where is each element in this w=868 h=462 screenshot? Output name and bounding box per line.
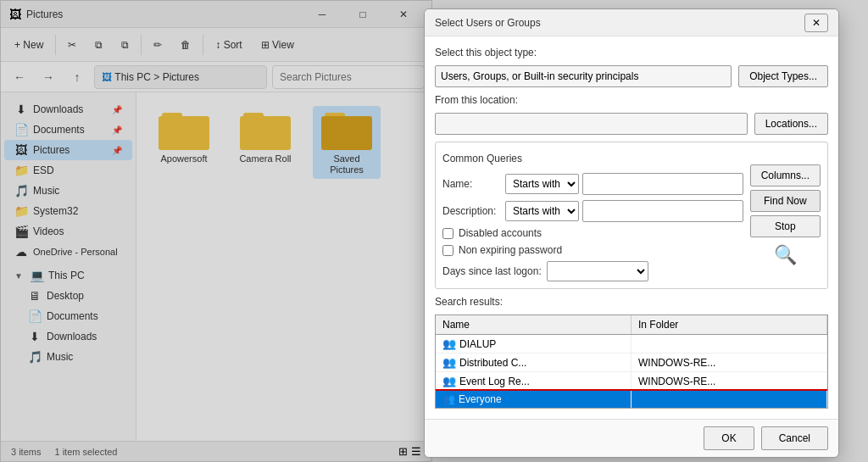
- days-since-row: Days since last logon:: [442, 261, 743, 281]
- non-expiring-row: Non expiring password: [442, 244, 743, 256]
- results-table: Name In Folder 👥DIALUP 👥Distributed C...…: [435, 314, 828, 409]
- dialog-title: Select Users or Groups: [435, 17, 798, 29]
- queries-layout: Common Queries Name: Starts with Descrip…: [442, 149, 821, 281]
- location-label: From this location:: [435, 94, 518, 106]
- description-query-label: Description:: [442, 205, 502, 217]
- search-results-label: Search results:: [435, 296, 503, 308]
- result-row-everyone[interactable]: 👥Everyone: [436, 391, 827, 408]
- name-query-label: Name:: [442, 178, 502, 190]
- find-now-button[interactable]: Find Now: [750, 190, 821, 212]
- name-column-header: Name: [436, 315, 632, 334]
- result-name-cell: 👥DIALUP: [436, 335, 632, 353]
- common-queries-label: Common Queries: [442, 153, 743, 164]
- location-input[interactable]: [435, 113, 748, 135]
- days-since-label: Days since last logon:: [442, 265, 542, 277]
- ok-button[interactable]: OK: [704, 426, 754, 450]
- object-type-input-row: Object Types...: [435, 65, 828, 87]
- location-label-row: From this location:: [435, 94, 828, 106]
- name-query-row: Name: Starts with: [442, 173, 743, 195]
- non-expiring-checkbox[interactable]: [442, 245, 453, 256]
- location-input-row: Locations...: [435, 113, 828, 135]
- person-icon: 👥: [442, 375, 456, 387]
- result-folder-cell: [632, 391, 827, 408]
- results-header: Name In Folder: [436, 315, 827, 335]
- search-icon: 🔍: [750, 244, 821, 266]
- name-query-input[interactable]: [582, 173, 743, 195]
- description-query-row: Description: Starts with: [442, 200, 743, 222]
- result-name-cell: 👥Everyone: [436, 391, 632, 408]
- select-users-dialog: Select Users or Groups ✕ Select this obj…: [424, 8, 839, 458]
- name-starts-with-select[interactable]: Starts with: [505, 174, 579, 194]
- common-queries-section: Common Queries Name: Starts with Descrip…: [435, 142, 828, 289]
- disabled-accounts-checkbox[interactable]: [442, 228, 453, 239]
- locations-button[interactable]: Locations...: [754, 113, 828, 135]
- description-query-input[interactable]: [582, 200, 743, 222]
- result-folder-cell: WINDOWS-RE...: [632, 372, 827, 390]
- result-name-cell: 👥Event Log Re...: [436, 372, 632, 390]
- dialog-close-button[interactable]: ✕: [804, 14, 828, 32]
- result-folder-cell: [632, 335, 827, 353]
- dialog-footer: OK Cancel: [425, 419, 838, 457]
- person-icon: 👥: [442, 393, 455, 405]
- dialog-title-bar: Select Users or Groups ✕: [425, 9, 838, 36]
- results-body[interactable]: 👥DIALUP 👥Distributed C... WINDOWS-RE... …: [436, 335, 827, 408]
- left-queries: Common Queries Name: Starts with Descrip…: [442, 149, 743, 281]
- person-icon: 👥: [442, 356, 456, 369]
- result-name-cell: 👥Distributed C...: [436, 353, 632, 371]
- query-action-buttons: Columns... Find Now Stop 🔍: [750, 149, 821, 281]
- dialog-body: Select this object type: Object Types...…: [425, 36, 838, 419]
- object-types-button[interactable]: Object Types...: [738, 65, 828, 87]
- object-type-row: Select this object type:: [435, 47, 828, 58]
- object-type-input[interactable]: [435, 65, 732, 87]
- result-row-dialup[interactable]: 👥DIALUP: [436, 335, 827, 353]
- non-expiring-label: Non expiring password: [459, 244, 562, 256]
- stop-button[interactable]: Stop: [750, 215, 821, 237]
- columns-button[interactable]: Columns...: [750, 164, 821, 186]
- cancel-button[interactable]: Cancel: [761, 426, 828, 450]
- search-results-header: Search results:: [435, 296, 828, 308]
- days-since-select[interactable]: [547, 261, 648, 281]
- disabled-accounts-row: Disabled accounts: [442, 227, 743, 239]
- object-type-label: Select this object type:: [435, 47, 537, 58]
- person-icon: 👥: [442, 337, 456, 350]
- desc-starts-with-select[interactable]: Starts with: [505, 201, 579, 221]
- result-row-eventlog[interactable]: 👥Event Log Re... WINDOWS-RE...: [436, 372, 827, 391]
- folder-column-header: In Folder: [632, 315, 827, 334]
- result-row-distributed[interactable]: 👥Distributed C... WINDOWS-RE...: [436, 353, 827, 372]
- disabled-accounts-label: Disabled accounts: [459, 227, 542, 239]
- result-folder-cell: WINDOWS-RE...: [632, 353, 827, 371]
